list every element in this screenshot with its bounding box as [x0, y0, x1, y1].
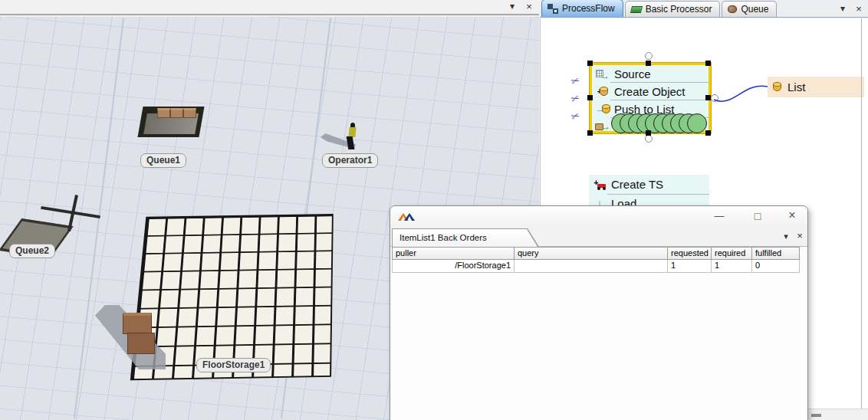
activity-label: Source	[614, 67, 651, 80]
selection-handle[interactable]	[705, 130, 711, 136]
selection-handle[interactable]	[587, 130, 593, 136]
scrollbar-thumb[interactable]	[811, 414, 821, 417]
column-header-query[interactable]: query	[515, 247, 668, 260]
create-ts-icon: +	[592, 182, 607, 188]
tab-itemlist1-back-orders[interactable]: ItemList1 Back Orders	[392, 228, 539, 247]
column-header-required[interactable]: required	[712, 247, 752, 260]
window-tab-close-icon[interactable]: ×	[794, 230, 805, 241]
queue1-label: Queue1	[140, 153, 186, 168]
scissors-icon[interactable]: ✂	[570, 92, 581, 106]
selection-handle[interactable]	[646, 130, 651, 136]
block-connector-point-top[interactable]	[645, 52, 653, 60]
token[interactable]	[687, 113, 707, 133]
window-titlebar[interactable]: — □ ×	[390, 206, 807, 228]
window-maximize-button[interactable]: □	[751, 210, 764, 222]
tab-processflow[interactable]: ProcessFlow	[541, 0, 623, 17]
cell-puller[interactable]: /FloorStorage1	[392, 260, 515, 273]
model-pane-collapse-icon[interactable]: ▾	[506, 1, 518, 11]
selection-handle[interactable]	[705, 61, 711, 66]
table-row[interactable]: /FloorStorage1 1 1 0	[392, 260, 800, 273]
back-orders-window[interactable]: — □ × ItemList1 Back Orders ▾ × puller q…	[390, 205, 808, 420]
tab-basic-processor[interactable]: Basic Processor	[625, 1, 721, 17]
processflow-tab-icon	[547, 4, 558, 14]
activity-create-ts[interactable]: + Create TS	[589, 175, 709, 194]
operator1-legs[interactable]	[347, 136, 355, 149]
column-header-puller[interactable]: puller	[392, 247, 515, 260]
block-connector-point-right[interactable]	[711, 94, 718, 102]
tab-label: Queue	[741, 4, 768, 15]
window-close-button[interactable]: ×	[785, 208, 799, 222]
cell-fulfilled[interactable]: 0	[752, 260, 800, 273]
source-icon: →	[595, 67, 610, 80]
operator1-label: Operator1	[322, 153, 378, 168]
window-tab-label: ItemList1 Back Orders	[393, 229, 538, 247]
selection-handle[interactable]	[587, 95, 593, 100]
cell-required[interactable]: 1	[712, 260, 752, 273]
activity-create-object[interactable]: + Create Object	[592, 83, 709, 100]
activity-label: Create Object	[614, 85, 686, 98]
flowitem-box[interactable]	[157, 108, 170, 118]
tab-label: ProcessFlow	[562, 3, 615, 14]
window-tab-collapse-icon[interactable]: ▾	[781, 231, 791, 241]
selection-handle[interactable]	[705, 95, 711, 100]
move-object-icon: →	[595, 122, 610, 131]
table-header-row: puller query requested required fulfille…	[392, 247, 800, 260]
model-pane-titlebar: ▾ ×	[0, 0, 539, 15]
horizontal-scrollbar[interactable]	[808, 409, 868, 420]
activity-label: Create TS	[611, 178, 663, 191]
cell-requested[interactable]: 1	[668, 260, 712, 273]
canvas-edge-line	[861, 18, 862, 409]
window-minimize-button[interactable]: —	[712, 210, 726, 221]
token-stack	[611, 113, 707, 133]
window-tab-bar: ItemList1 Back Orders ▾ ×	[390, 228, 807, 247]
scissors-icon[interactable]: ✂	[570, 74, 581, 88]
selection-handle[interactable]	[646, 61, 651, 66]
create-object-icon: +	[595, 87, 610, 96]
column-header-fulfilled[interactable]: fulfilled	[752, 247, 800, 260]
block-connector-point-bottom[interactable]	[645, 135, 653, 143]
list-node-label: List	[787, 80, 805, 94]
flowitem-box[interactable]	[183, 108, 196, 118]
flowitem-box[interactable]	[170, 108, 183, 118]
processflow-pane-close-icon[interactable]: ×	[853, 3, 865, 15]
tab-label: Basic Processor	[646, 4, 712, 15]
back-orders-table: puller query requested required fulfille…	[392, 247, 800, 273]
activity-source[interactable]: → Source	[592, 65, 709, 82]
stored-box[interactable]	[123, 313, 152, 334]
cell-query[interactable]	[515, 260, 668, 273]
processflow-tab-bar: ProcessFlow Basic Processor Queue ▾ ×	[540, 0, 868, 18]
processflow-pane-collapse-icon[interactable]: ▾	[837, 3, 849, 14]
list-cylinder-icon	[773, 83, 781, 91]
queue-tab-icon	[728, 5, 737, 13]
push-to-list-icon: →	[595, 103, 610, 114]
column-header-requested[interactable]: requested	[668, 247, 712, 260]
model-pane-close-icon[interactable]: ×	[523, 1, 535, 12]
basic-processor-tab-icon	[630, 6, 643, 13]
stored-box[interactable]	[127, 333, 155, 354]
scissors-icon[interactable]: ✂	[570, 110, 581, 123]
list-node[interactable]: List	[768, 77, 864, 97]
tab-queue[interactable]: Queue	[722, 1, 777, 17]
selection-handle[interactable]	[587, 61, 593, 66]
floorstorage1-label: FloorStorage1	[196, 358, 271, 372]
queue2-label: Queue2	[9, 244, 55, 258]
